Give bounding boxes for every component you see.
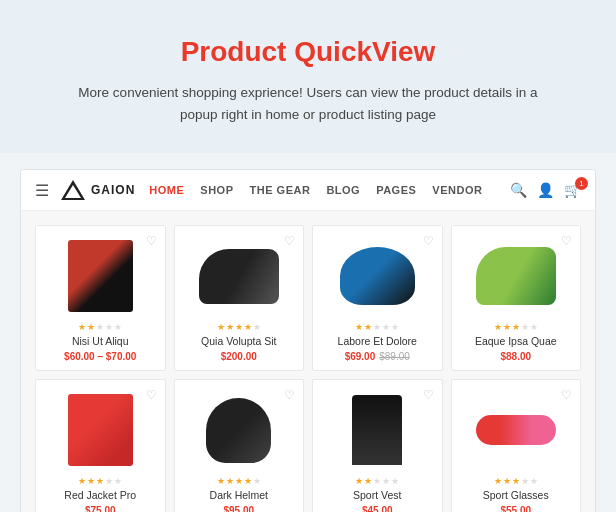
product-grid: ♡ ★★★★★ Nisi Ut Aliqu $60.00 – $70.00 ♡ …	[21, 211, 595, 512]
hamburger-icon[interactable]: ☰	[35, 181, 49, 200]
product-name: Sport Glasses	[460, 489, 573, 501]
cart-icon[interactable]: 🛒1	[564, 182, 581, 198]
star-icon: ★	[253, 476, 261, 486]
product-price-container: $45.00	[321, 505, 434, 512]
star-icon: ★	[78, 476, 86, 486]
product-price-container: $95.00	[183, 505, 296, 512]
product-card: ♡ ★★★★★ Quia Volupta Sit $200.00	[174, 225, 305, 371]
nav-link-vendor[interactable]: VENDOR	[432, 184, 482, 196]
star-icon: ★	[78, 322, 86, 332]
search-icon[interactable]: 🔍	[510, 182, 527, 198]
wishlist-icon[interactable]: ♡	[146, 388, 157, 402]
product-price-container: $69.00$89.00	[321, 351, 434, 362]
nav-icons: 🔍 👤 🛒1	[510, 182, 581, 198]
product-card: ♡ ★★★★★ Red Jacket Pro $75.00	[35, 379, 166, 512]
product-card: ♡ ★★★★★ Dark Helmet $95.00	[174, 379, 305, 512]
wishlist-icon[interactable]: ♡	[561, 388, 572, 402]
star-icon: ★	[96, 322, 104, 332]
star-icon: ★	[391, 322, 399, 332]
star-icon: ★	[105, 322, 113, 332]
wishlist-icon[interactable]: ♡	[146, 234, 157, 248]
product-price: $55.00	[500, 505, 531, 512]
star-icon: ★	[521, 476, 529, 486]
nav-link-the-gear[interactable]: THE GEAR	[250, 184, 311, 196]
product-stars: ★★★★★	[321, 476, 434, 486]
star-icon: ★	[512, 476, 520, 486]
star-icon: ★	[382, 322, 390, 332]
nav-links: HOMESHOPTHE GEARBLOGPAGESVENDOR	[149, 184, 510, 196]
user-icon[interactable]: 👤	[537, 182, 554, 198]
star-icon: ★	[235, 476, 243, 486]
product-price: $45.00	[362, 505, 393, 512]
star-icon: ★	[364, 476, 372, 486]
product-image	[183, 236, 296, 316]
product-card: ♡ ★★★★★ Sport Glasses $55.00	[451, 379, 582, 512]
product-card: ♡ ★★★★★ Nisi Ut Aliqu $60.00 – $70.00	[35, 225, 166, 371]
product-price: $88.00	[500, 351, 531, 362]
nav-link-home[interactable]: HOME	[149, 184, 184, 196]
browser-frame: ☰ GAION HOMESHOPTHE GEARBLOGPAGESVENDOR …	[20, 169, 596, 512]
product-price: $75.00	[85, 505, 116, 512]
product-image	[321, 236, 434, 316]
nav-link-pages[interactable]: PAGES	[376, 184, 416, 196]
product-price-container: $75.00	[44, 505, 157, 512]
product-image	[321, 390, 434, 470]
star-icon: ★	[87, 322, 95, 332]
star-icon: ★	[382, 476, 390, 486]
product-stars: ★★★★★	[321, 322, 434, 332]
star-icon: ★	[226, 322, 234, 332]
star-icon: ★	[105, 476, 113, 486]
star-icon: ★	[521, 322, 529, 332]
product-name: Quia Volupta Sit	[183, 335, 296, 347]
logo-icon	[59, 178, 87, 202]
hero-section: Product QuickView More convenient shoppi…	[0, 0, 616, 153]
product-price: $200.00	[221, 351, 257, 362]
product-price: $60.00 – $70.00	[64, 351, 136, 362]
star-icon: ★	[96, 476, 104, 486]
product-image	[460, 390, 573, 470]
product-price: $69.00$89.00	[345, 351, 410, 362]
wishlist-icon[interactable]: ♡	[284, 388, 295, 402]
star-icon: ★	[87, 476, 95, 486]
star-icon: ★	[494, 476, 502, 486]
product-image	[44, 236, 157, 316]
wishlist-icon[interactable]: ♡	[561, 234, 572, 248]
star-icon: ★	[364, 322, 372, 332]
star-icon: ★	[503, 476, 511, 486]
star-icon: ★	[114, 322, 122, 332]
star-icon: ★	[253, 322, 261, 332]
product-price-container: $200.00	[183, 351, 296, 362]
product-stars: ★★★★★	[44, 476, 157, 486]
star-icon: ★	[373, 322, 381, 332]
star-icon: ★	[503, 322, 511, 332]
star-icon: ★	[244, 476, 252, 486]
star-icon: ★	[373, 476, 381, 486]
nav-link-shop[interactable]: SHOP	[200, 184, 233, 196]
logo-text: GAION	[91, 183, 135, 197]
product-image	[460, 236, 573, 316]
logo[interactable]: GAION	[59, 178, 135, 202]
star-icon: ★	[530, 322, 538, 332]
navigation: ☰ GAION HOMESHOPTHE GEARBLOGPAGESVENDOR …	[21, 170, 595, 211]
product-name: Dark Helmet	[183, 489, 296, 501]
cart-count-badge: 1	[575, 177, 588, 190]
product-name: Eaque Ipsa Quae	[460, 335, 573, 347]
hero-description: More convenient shopping exprience! User…	[60, 82, 556, 125]
product-price-container: $60.00 – $70.00	[44, 351, 157, 362]
wishlist-icon[interactable]: ♡	[284, 234, 295, 248]
product-stars: ★★★★★	[183, 476, 296, 486]
product-stars: ★★★★★	[460, 322, 573, 332]
star-icon: ★	[355, 322, 363, 332]
product-image	[44, 390, 157, 470]
wishlist-icon[interactable]: ♡	[423, 388, 434, 402]
star-icon: ★	[217, 322, 225, 332]
page-title: Product QuickView	[60, 36, 556, 68]
nav-link-blog[interactable]: BLOG	[326, 184, 360, 196]
product-price-container: $88.00	[460, 351, 573, 362]
star-icon: ★	[530, 476, 538, 486]
product-name: Red Jacket Pro	[44, 489, 157, 501]
wishlist-icon[interactable]: ♡	[423, 234, 434, 248]
product-image	[183, 390, 296, 470]
product-stars: ★★★★★	[460, 476, 573, 486]
product-stars: ★★★★★	[44, 322, 157, 332]
